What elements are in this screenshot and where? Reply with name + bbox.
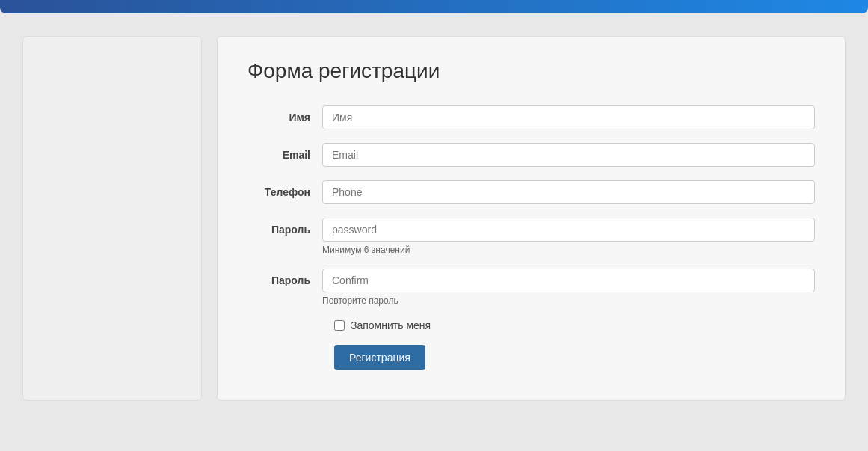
email-input[interactable]: [322, 143, 815, 167]
name-label: Имя: [247, 105, 322, 123]
phone-field-group: [322, 180, 815, 204]
email-label: Email: [247, 143, 322, 161]
password-field-group: Минимум 6 значений: [322, 218, 815, 255]
password-row: Пароль Минимум 6 значений: [247, 218, 815, 255]
email-row: Email: [247, 143, 815, 167]
remember-me-row: Запомнить меня: [334, 319, 815, 331]
confirm-row: Пароль Повторите пароль: [247, 269, 815, 306]
phone-label: Телефон: [247, 180, 322, 198]
name-field-group: [322, 105, 815, 129]
confirm-hint: Повторите пароль: [322, 295, 815, 306]
phone-row: Телефон: [247, 180, 815, 204]
page-content: Форма регистрации Имя Email Телефон Паро…: [0, 21, 868, 416]
form-title: Форма регистрации: [247, 59, 815, 83]
password-label: Пароль: [247, 218, 322, 236]
submit-button[interactable]: Регистрация: [334, 345, 425, 370]
confirm-field-group: Повторите пароль: [322, 269, 815, 306]
confirm-input[interactable]: [322, 269, 815, 292]
password-input[interactable]: [322, 218, 815, 242]
confirm-label: Пароль: [247, 269, 322, 286]
password-hint: Минимум 6 значений: [322, 245, 815, 255]
remember-me-checkbox[interactable]: [334, 320, 345, 331]
name-input[interactable]: [322, 105, 815, 129]
top-bar: [0, 0, 868, 13]
name-row: Имя: [247, 105, 815, 129]
remember-me-label[interactable]: Запомнить меня: [351, 319, 431, 331]
form-container: Форма регистрации Имя Email Телефон Паро…: [217, 36, 846, 401]
sidebar: [22, 36, 202, 401]
submit-row: Регистрация: [334, 345, 815, 370]
email-field-group: [322, 143, 815, 167]
phone-input[interactable]: [322, 180, 815, 204]
